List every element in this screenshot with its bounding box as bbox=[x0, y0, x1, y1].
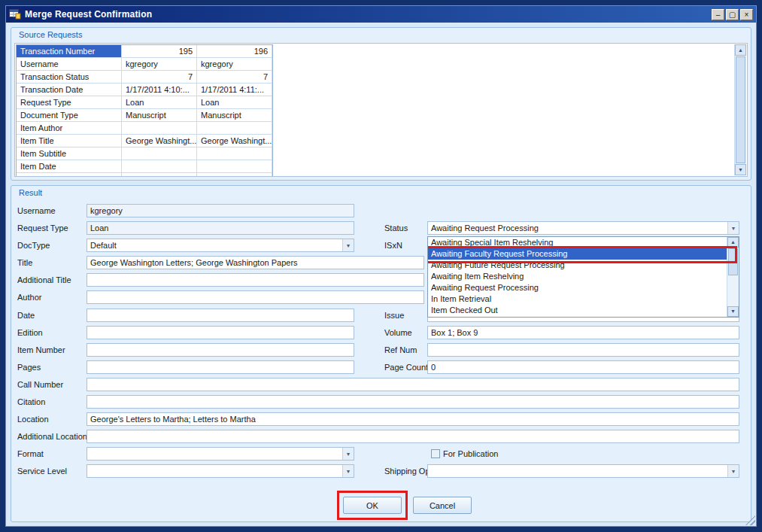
row-label-cell[interactable]: Transaction Number bbox=[17, 45, 122, 58]
ok-button[interactable]: OK bbox=[343, 497, 402, 514]
row-value-cell[interactable]: Manuscript bbox=[122, 109, 197, 122]
cancel-button[interactable]: Cancel bbox=[413, 497, 472, 514]
table-row[interactable]: Username kgregory kgregory bbox=[17, 58, 272, 71]
scroll-up-icon[interactable]: ▲ bbox=[727, 237, 739, 248]
dropdown-option-highlighted[interactable]: Awaiting Faculty Request Processing bbox=[428, 248, 727, 260]
dropdown-option[interactable]: Item Checked Out bbox=[428, 305, 727, 316]
row-value-cell[interactable]: George Washingt... bbox=[197, 135, 272, 147]
row-label-cell[interactable]: Document Type bbox=[17, 109, 122, 122]
chevron-down-icon[interactable]: ▼ bbox=[727, 222, 739, 234]
table-row[interactable]: Item Title George Washingt... George Was… bbox=[17, 135, 272, 147]
table-row[interactable]: Item Subtitle bbox=[17, 147, 272, 160]
ref-num-field[interactable] bbox=[427, 343, 739, 357]
scroll-up-icon[interactable]: ▲ bbox=[735, 44, 746, 56]
format-combo[interactable]: ▼ bbox=[87, 447, 354, 461]
row-value-cell[interactable] bbox=[122, 173, 197, 177]
row-value-cell[interactable] bbox=[197, 160, 272, 173]
scroll-down-icon[interactable]: ▼ bbox=[735, 164, 746, 175]
maximize-button[interactable]: ▢ bbox=[726, 9, 739, 20]
for-publication-label: For Publication bbox=[443, 449, 498, 460]
row-value-cell[interactable]: 195 bbox=[122, 45, 197, 58]
row-value-cell[interactable]: 1/17/2011 4:11:... bbox=[197, 84, 272, 96]
row-label-cell[interactable]: Request Type bbox=[17, 96, 122, 109]
dropdown-option[interactable]: Awaiting Future Request Processing bbox=[428, 260, 727, 271]
row-label-cell[interactable]: Item Subtitle bbox=[17, 147, 122, 160]
format-label: Format bbox=[17, 449, 44, 460]
source-scrollbar[interactable]: ▲ ▼ bbox=[734, 44, 746, 175]
status-combo[interactable]: Awaiting Request Processing ▼ bbox=[427, 221, 739, 235]
close-button[interactable]: × bbox=[740, 9, 753, 20]
minimize-button[interactable]: – bbox=[712, 9, 724, 20]
chevron-down-icon[interactable]: ▼ bbox=[342, 239, 354, 251]
doctype-combo[interactable]: Default ▼ bbox=[87, 239, 354, 252]
date-field[interactable] bbox=[87, 309, 354, 322]
title-label: Title bbox=[17, 258, 32, 269]
scroll-thumb[interactable] bbox=[736, 56, 745, 163]
row-value-cell[interactable] bbox=[122, 160, 197, 173]
call-number-field[interactable] bbox=[87, 378, 739, 391]
title-field[interactable] bbox=[87, 256, 424, 269]
username-field[interactable] bbox=[87, 204, 354, 217]
service-level-combo[interactable]: ▼ bbox=[87, 464, 354, 478]
dropdown-scrollbar[interactable]: ▲ ▼ bbox=[727, 237, 739, 317]
row-value-cell[interactable] bbox=[197, 147, 272, 160]
row-value-cell[interactable]: 7 bbox=[122, 71, 197, 84]
request-type-field[interactable] bbox=[87, 221, 354, 235]
citation-field[interactable] bbox=[87, 395, 739, 409]
row-value-cell[interactable]: Manuscript bbox=[197, 109, 272, 122]
table-row[interactable]: Item Date bbox=[17, 160, 272, 173]
row-label-cell[interactable]: Item Title bbox=[17, 135, 122, 147]
row-label-cell[interactable]: Username bbox=[17, 58, 122, 71]
row-value-cell[interactable] bbox=[197, 173, 272, 177]
row-value-cell[interactable]: Loan bbox=[122, 96, 197, 109]
scroll-down-icon[interactable]: ▼ bbox=[727, 306, 739, 317]
screen-frame: Merge Request Confirmation – ▢ × Source … bbox=[0, 0, 762, 532]
table-row[interactable]: Item Author bbox=[17, 122, 272, 135]
volume-field[interactable] bbox=[427, 326, 739, 339]
row-value-cell[interactable] bbox=[122, 147, 197, 160]
doctype-value: Default bbox=[87, 241, 342, 250]
row-label-cell[interactable]: Item Author bbox=[17, 122, 122, 135]
pages-field[interactable] bbox=[87, 360, 354, 374]
row-value-cell[interactable]: 1/17/2011 4:10:... bbox=[122, 84, 197, 96]
row-value-cell[interactable]: kgregory bbox=[197, 58, 272, 71]
row-value-cell[interactable]: George Washingt... bbox=[122, 135, 197, 147]
row-value-cell[interactable] bbox=[197, 122, 272, 135]
page-count-field[interactable] bbox=[427, 360, 739, 374]
row-value-cell[interactable]: 7 bbox=[197, 71, 272, 84]
chevron-down-icon[interactable]: ▼ bbox=[342, 465, 354, 477]
item-number-field[interactable] bbox=[87, 343, 354, 357]
additional-title-field[interactable] bbox=[87, 273, 424, 287]
row-label-cell[interactable]: Transaction Status bbox=[17, 71, 122, 84]
table-row[interactable]: Transaction Date 1/17/2011 4:10:... 1/17… bbox=[17, 84, 272, 96]
table-row[interactable]: Document Type Manuscript Manuscript bbox=[17, 109, 272, 122]
table-row[interactable]: Transaction Number 195 196 bbox=[17, 45, 272, 58]
dropdown-option[interactable]: Awaiting Request Processing bbox=[428, 282, 727, 293]
row-value-cell[interactable]: kgregory bbox=[122, 58, 197, 71]
scroll-thumb[interactable] bbox=[728, 248, 738, 275]
row-label-cell[interactable]: Transaction Date bbox=[17, 84, 122, 96]
edition-field[interactable] bbox=[87, 326, 354, 339]
additional-location-field[interactable] bbox=[87, 430, 739, 443]
chevron-down-icon[interactable]: ▼ bbox=[727, 465, 739, 477]
location-field[interactable] bbox=[87, 412, 739, 426]
status-dropdown-list: Awaiting Special Item Reshelving Awaitin… bbox=[427, 236, 739, 318]
row-value-cell[interactable]: Loan bbox=[197, 96, 272, 109]
row-label-cell[interactable]: Item Date bbox=[17, 160, 122, 173]
table-row[interactable]: Request Type Loan Loan bbox=[17, 96, 272, 109]
dropdown-option[interactable]: In Item Retrieval bbox=[428, 293, 727, 305]
chevron-down-icon[interactable]: ▼ bbox=[342, 448, 354, 460]
author-field[interactable] bbox=[87, 290, 424, 304]
title-bar[interactable]: Merge Request Confirmation – ▢ × bbox=[6, 6, 756, 23]
row-value-cell[interactable] bbox=[122, 122, 197, 135]
table-row[interactable]: Item Edition bbox=[17, 173, 272, 177]
row-value-cell[interactable]: 196 bbox=[197, 45, 272, 58]
status-label: Status bbox=[384, 223, 408, 234]
row-label-cell[interactable]: Item Edition bbox=[17, 173, 122, 177]
shipping-option-combo[interactable]: ▼ bbox=[427, 464, 739, 478]
table-row[interactable]: Transaction Status 7 7 bbox=[17, 71, 272, 84]
additional-location-label: Additional Location bbox=[17, 432, 87, 442]
for-publication-checkbox[interactable] bbox=[431, 449, 440, 458]
dropdown-option[interactable]: Awaiting Special Item Reshelving bbox=[428, 237, 727, 248]
dropdown-option[interactable]: Awaiting Item Reshelving bbox=[428, 271, 727, 282]
